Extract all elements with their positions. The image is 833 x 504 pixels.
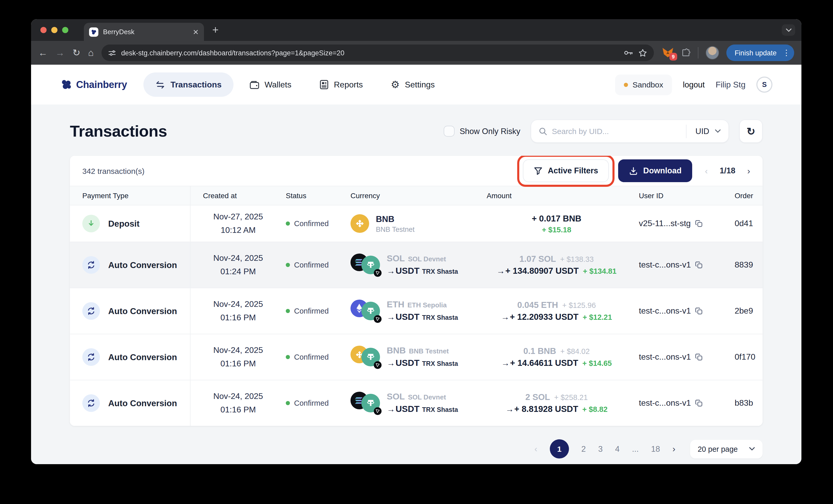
logout-link[interactable]: logout <box>683 80 705 89</box>
card-toolbar: 342 transaction(s) Active Filters <box>70 156 763 186</box>
amount-fiat: + $15.18 <box>542 225 571 234</box>
pagination-page-1[interactable]: 1 <box>550 439 569 458</box>
active-filters-wrap: Active Filters <box>523 159 609 182</box>
tab-title: BerryDesk <box>103 28 188 36</box>
copy-icon[interactable] <box>695 399 703 407</box>
pagination-prev-icon[interactable]: ‹ <box>534 445 537 453</box>
risky-label: Show Only Risky <box>460 127 520 136</box>
payment-type-label: Deposit <box>108 219 140 228</box>
forward-icon[interactable]: → <box>55 48 65 57</box>
zoom-window-button[interactable] <box>62 27 68 33</box>
per-page-select[interactable]: 20 per page <box>690 439 763 458</box>
copy-icon[interactable] <box>695 261 703 269</box>
arrow-right-icon: → <box>505 405 514 414</box>
usdt-icon <box>361 394 380 412</box>
environment-badge: Sandbox <box>615 74 672 95</box>
arrow-right-icon: → <box>387 267 395 276</box>
pagination-page-2[interactable]: 2 <box>581 444 586 454</box>
password-key-icon[interactable] <box>624 49 633 56</box>
pagination-next-icon[interactable]: › <box>672 445 675 453</box>
browser-tab[interactable]: BerryDesk ✕ <box>84 23 204 41</box>
from-network: SOL Devnet <box>408 393 446 401</box>
from-fiat: + $125.96 <box>562 301 596 309</box>
page-indicator: 1/18 <box>720 166 735 175</box>
search-input[interactable] <box>552 127 682 135</box>
table-row[interactable]: Deposit Nov-27, 2025 10:12 AM Confirmed <box>70 205 763 242</box>
window-controls[interactable] <box>40 27 68 33</box>
payment-type-label: Auto Conversion <box>108 306 177 316</box>
berry-icon <box>60 79 72 91</box>
finish-update-button[interactable]: Finish update ⋮ <box>727 45 794 61</box>
col-created-at: Created at <box>191 186 273 205</box>
app-header: Chainberry Transactions Wallets Reports <box>31 65 802 104</box>
home-icon[interactable]: ⌂ <box>88 48 94 57</box>
show-only-risky[interactable]: Show Only Risky <box>444 126 520 136</box>
browser-profile-avatar[interactable] <box>706 46 719 59</box>
to-network: TRX Shasta <box>422 360 458 368</box>
status-label: Confirmed <box>294 307 329 315</box>
bnb-to-usdt-icons <box>351 344 380 370</box>
pager-prev-icon[interactable]: ‹ <box>705 166 708 175</box>
brand-name: Chainberry <box>76 79 127 90</box>
user-id-value: test-c...ons-v1 <box>639 260 691 270</box>
pager-next-icon[interactable]: › <box>747 166 750 175</box>
transfer-arrows-icon <box>156 80 165 89</box>
nav-reports[interactable]: Reports <box>308 72 375 97</box>
coin-symbol: BNB <box>376 214 415 224</box>
metamask-badge: 9 <box>669 53 677 60</box>
status-label: Confirmed <box>294 261 329 269</box>
chainberry-logo[interactable]: Chainberry <box>60 79 127 91</box>
pagination-page-3[interactable]: 3 <box>598 444 603 454</box>
bookmark-star-icon[interactable] <box>638 48 647 57</box>
active-filters-button[interactable]: Active Filters <box>523 159 609 182</box>
refresh-button[interactable]: ↻ <box>739 120 763 143</box>
sol-to-usdt-icons <box>351 390 380 416</box>
from-amount: 1.07 SOL <box>519 254 556 264</box>
minimize-window-button[interactable] <box>51 27 57 33</box>
to-amount: + 134.80907 USDT <box>505 266 578 276</box>
wallet-icon <box>249 80 259 89</box>
tab-close-icon[interactable]: ✕ <box>193 28 199 35</box>
risky-checkbox[interactable] <box>444 126 455 136</box>
close-window-button[interactable] <box>40 27 47 33</box>
site-settings-icon[interactable] <box>108 49 116 57</box>
table-row[interactable]: Auto Conversion Nov-24, 2025 01:24 PM Co… <box>70 242 763 288</box>
download-button[interactable]: Download <box>618 159 692 182</box>
reload-icon[interactable]: ↻ <box>72 48 80 57</box>
gear-icon: ⚙ <box>391 80 400 90</box>
metamask-icon[interactable]: 9 <box>662 47 674 58</box>
to-fiat: + $12.21 <box>583 313 612 321</box>
table-pager: ‹ 1/18 › <box>705 166 750 175</box>
search-filter-value[interactable]: UID <box>695 127 709 136</box>
bnb-icon <box>351 214 369 233</box>
tab-search-button[interactable] <box>782 24 795 36</box>
user-id-value: test-c...ons-v1 <box>639 352 691 362</box>
nav-transactions[interactable]: Transactions <box>144 72 234 97</box>
back-icon[interactable]: ← <box>38 48 48 57</box>
pagination-ellipsis: ... <box>632 444 639 454</box>
new-tab-button[interactable]: + <box>212 24 219 36</box>
main-nav: Transactions Wallets Reports ⚙ Settings <box>144 72 447 97</box>
status-dot <box>286 355 290 359</box>
status-dot <box>286 309 290 313</box>
nav-wallets[interactable]: Wallets <box>238 72 303 97</box>
address-bar[interactable]: desk-stg.chainberry.com/dashboard/transa… <box>101 45 654 61</box>
url-text[interactable]: desk-stg.chainberry.com/dashboard/transa… <box>121 49 619 57</box>
chevron-down-icon[interactable] <box>715 129 721 133</box>
user-avatar[interactable]: S <box>756 77 772 93</box>
nav-settings[interactable]: ⚙ Settings <box>379 72 447 97</box>
copy-icon[interactable] <box>695 307 703 315</box>
col-user-id: User ID <box>626 186 722 205</box>
pagination-page-18[interactable]: 18 <box>651 444 660 454</box>
table-row[interactable]: Auto Conversion Nov-24, 2025 01:16 PM Co… <box>70 288 763 334</box>
copy-icon[interactable] <box>695 353 703 361</box>
copy-icon[interactable] <box>695 219 703 228</box>
extensions-puzzle-icon[interactable] <box>681 48 691 57</box>
search-box[interactable]: UID <box>531 120 729 143</box>
to-coin: USDT <box>396 266 420 276</box>
transaction-count: 342 transaction(s) <box>82 166 144 175</box>
table-row[interactable]: Auto Conversion Nov-24, 2025 01:16 PM Co… <box>70 334 763 380</box>
browser-menu-icon[interactable]: ⋮ <box>781 48 792 57</box>
table-row[interactable]: Auto Conversion Nov-24, 2025 01:16 PM Co… <box>70 380 763 426</box>
pagination-page-4[interactable]: 4 <box>615 444 619 454</box>
